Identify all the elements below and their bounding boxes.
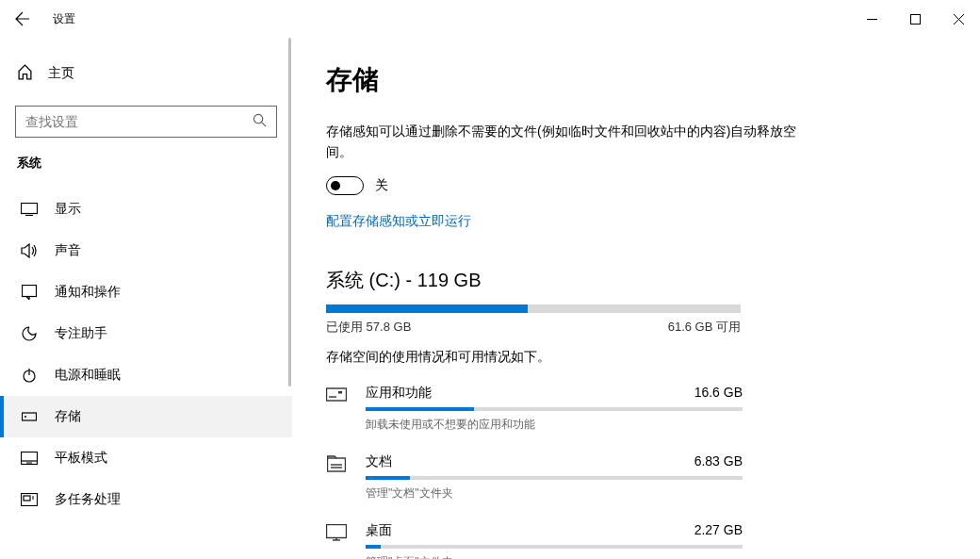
sidebar-item-label: 平板模式: [55, 450, 107, 467]
category-name: 文档: [366, 453, 392, 470]
sidebar-section-header: 系统: [0, 155, 292, 172]
drive-title: 系统 (C:) - 119 GB: [326, 268, 952, 293]
svg-rect-17: [24, 496, 30, 501]
search-input[interactable]: [25, 114, 253, 129]
home-icon: [17, 64, 33, 84]
sidebar-item-notifications[interactable]: 通知和操作: [0, 271, 292, 313]
window-controls: [850, 4, 980, 34]
sidebar-item-tablet[interactable]: 平板模式: [0, 437, 292, 479]
svg-point-12: [24, 416, 26, 418]
drive-stats: 已使用 57.8 GB 61.6 GB 可用: [326, 319, 741, 336]
sidebar-item-label: 存储: [55, 408, 81, 425]
sidebar-item-multitask[interactable]: 多任务处理: [0, 479, 292, 520]
category-bar-fill: [366, 476, 410, 480]
category-bar-fill: [366, 407, 474, 411]
sidebar-item-label: 多任务处理: [55, 491, 121, 508]
drive-free-label: 61.6 GB 可用: [668, 319, 741, 336]
drive-used-label: 已使用 57.8 GB: [326, 319, 411, 336]
storage-sense-toggle-row: 关: [326, 176, 952, 195]
sidebar-home-label: 主页: [48, 65, 74, 82]
svg-line-5: [262, 122, 266, 125]
drive-usage-description: 存储空间的使用情况和可用情况如下。: [326, 349, 952, 366]
svg-rect-26: [327, 524, 347, 537]
sidebar-item-sound[interactable]: 声音: [0, 230, 292, 271]
back-button[interactable]: [0, 0, 45, 38]
svg-rect-8: [23, 286, 37, 297]
minimize-button[interactable]: [850, 4, 893, 34]
close-icon: [954, 14, 964, 25]
back-arrow-icon: [15, 11, 30, 26]
svg-rect-20: [327, 388, 347, 401]
storage-icon: [21, 409, 38, 424]
window-title: 设置: [53, 11, 75, 27]
search-input-wrapper[interactable]: [15, 106, 277, 138]
sidebar: 主页 系统 显示声音通知和操作专注助手电源和睡眠存储平板模式多任务处理: [0, 38, 292, 559]
display-icon: [21, 203, 38, 216]
sidebar-item-storage[interactable]: 存储: [0, 396, 292, 437]
storage-category-apps[interactable]: 应用和功能16.6 GB卸载未使用或不想要的应用和功能: [326, 385, 952, 433]
configure-storage-sense-link[interactable]: 配置存储感知或立即运行: [326, 213, 471, 230]
category-name: 应用和功能: [366, 385, 432, 402]
storage-category-documents[interactable]: 文档6.83 GB管理"文档"文件夹: [326, 453, 952, 501]
sidebar-item-label: 声音: [55, 242, 81, 259]
storage-sense-toggle-label: 关: [375, 177, 388, 194]
maximize-button[interactable]: [893, 4, 937, 34]
storage-sense-description: 存储感知可以通过删除不需要的文件(例如临时文件和回收站中的内容)自动释放空间。: [326, 121, 816, 163]
desktop-icon: [326, 524, 347, 541]
search-icon: [253, 113, 267, 131]
svg-point-4: [253, 114, 262, 123]
main-content: 存储 存储感知可以通过删除不需要的文件(例如临时文件和回收站中的内容)自动释放空…: [292, 38, 980, 559]
multitask-icon: [21, 493, 38, 506]
documents-icon: [326, 455, 347, 472]
focus-icon: [21, 326, 38, 341]
tablet-icon: [21, 452, 38, 465]
storage-sense-toggle[interactable]: [326, 176, 364, 195]
sidebar-item-label: 电源和睡眠: [55, 367, 121, 384]
power-icon: [21, 368, 38, 383]
drive-usage-bar-fill: [326, 304, 528, 313]
category-hint: 管理"桌面"文件夹: [366, 554, 743, 559]
sidebar-item-focus[interactable]: 专注助手: [0, 313, 292, 354]
sidebar-item-label: 通知和操作: [55, 284, 121, 301]
sound-icon: [21, 243, 38, 258]
notifications-icon: [21, 285, 38, 300]
category-size: 6.83 GB: [694, 453, 743, 470]
category-bar-fill: [366, 545, 381, 549]
sidebar-item-power[interactable]: 电源和睡眠: [0, 354, 292, 396]
minimize-icon: [867, 14, 877, 25]
sidebar-home[interactable]: 主页: [0, 57, 292, 90]
category-hint: 卸载未使用或不想要的应用和功能: [366, 417, 743, 433]
category-size: 16.6 GB: [694, 385, 743, 402]
page-title: 存储: [326, 62, 952, 98]
maximize-icon: [910, 14, 921, 25]
category-bar: [366, 545, 743, 549]
sidebar-item-label: 专注助手: [55, 325, 107, 342]
svg-rect-1: [910, 14, 920, 24]
category-bar: [366, 407, 743, 411]
svg-rect-22: [338, 391, 342, 394]
sidebar-item-label: 显示: [55, 201, 81, 218]
category-name: 桌面: [366, 522, 392, 539]
svg-rect-6: [22, 204, 38, 214]
category-bar: [366, 476, 743, 480]
category-hint: 管理"文档"文件夹: [366, 485, 743, 501]
drive-usage-bar: [326, 304, 741, 313]
sidebar-item-display[interactable]: 显示: [0, 189, 292, 230]
titlebar: 设置: [0, 0, 980, 38]
category-size: 2.27 GB: [694, 522, 743, 539]
storage-category-desktop[interactable]: 桌面2.27 GB管理"桌面"文件夹: [326, 522, 952, 559]
svg-rect-11: [23, 413, 37, 420]
apps-icon: [326, 386, 347, 402]
sidebar-scrollbar-thumb[interactable]: [288, 38, 291, 386]
close-button[interactable]: [937, 4, 980, 34]
